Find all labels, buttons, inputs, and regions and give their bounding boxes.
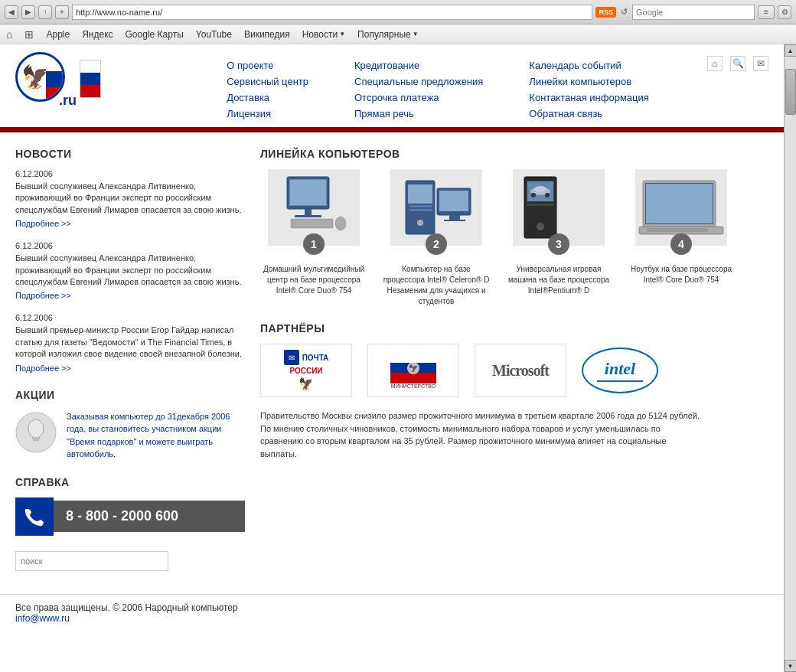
menu-button[interactable]: ≡ <box>758 5 775 19</box>
svg-point-24 <box>534 186 546 192</box>
add-tab-button[interactable]: + <box>55 5 69 19</box>
nav-link-service[interactable]: Сервисный центр <box>227 76 308 87</box>
site-header: 🦅 .ru <box>0 44 784 129</box>
svg-rect-27 <box>527 204 554 206</box>
spravka-title: СПРАВКА <box>15 476 245 488</box>
computer-image-1: 1 <box>268 169 360 246</box>
partner-intel[interactable]: intel <box>582 347 658 393</box>
refresh-button[interactable]: ↺ <box>619 5 629 18</box>
partner-pochta[interactable]: ✉ ПОЧТА РОССИИ 🦅 <box>260 344 352 397</box>
toolbar-popular-dropdown[interactable]: Популярные ▼ <box>357 29 419 40</box>
nav-link-delivery[interactable]: Доставка <box>227 92 308 103</box>
grid-icon[interactable]: ⊞ <box>24 28 34 41</box>
home-header-icon[interactable]: ⌂ <box>707 56 723 71</box>
forward-button[interactable]: ▶ <box>21 5 35 19</box>
svg-rect-14 <box>409 205 432 207</box>
news-more-link[interactable]: Подробнее >> <box>15 219 71 228</box>
phone-number: 8 - 800 - 2000 600 <box>54 501 245 532</box>
browser-toolbar: ⌂ ⊞ Apple Яндекс Google Карты YouTube Ви… <box>0 24 796 44</box>
nav-link-deferred[interactable]: Отсрочка платежа <box>354 92 483 103</box>
left-column: НОВОСТИ 6.12.2006 Бывший сослуживец Алек… <box>15 148 260 571</box>
browser-search-input[interactable] <box>632 5 755 20</box>
svg-text:🦅: 🦅 <box>409 364 419 374</box>
computer-number-2: 2 <box>426 233 447 255</box>
right-column: ЛИНЕЙКА КОПЬЮТЕРОВ <box>260 148 768 571</box>
partner-ministry[interactable]: 🦅 МИНИСТЕРСТВО <box>367 344 459 397</box>
svg-point-28 <box>537 223 544 230</box>
nav-link-feedback[interactable]: Обратная связь <box>529 108 648 119</box>
toolbar-news-dropdown[interactable]: Новости ▼ <box>302 29 345 40</box>
back-button[interactable]: ◀ <box>5 5 18 19</box>
toolbar-google-maps[interactable]: Google Карты <box>126 29 184 40</box>
computer-desc-2: Компьютер на базе процессора Intel® Cele… <box>383 264 490 307</box>
search-header-icon[interactable]: 🔍 <box>730 56 745 71</box>
main-content: НОВОСТИ 6.12.2006 Бывший сослуживец Алек… <box>0 132 784 586</box>
toolbar-apple[interactable]: Apple <box>46 29 70 40</box>
computer-item-3[interactable]: 3 Универсальная игровая машина на базе п… <box>505 169 612 307</box>
search-input[interactable] <box>15 551 168 571</box>
nav-link-credit[interactable]: Кредитование <box>354 60 483 71</box>
news-section-title: НОВОСТИ <box>15 148 245 160</box>
nav-link-calendar[interactable]: Календарь событий <box>529 60 648 71</box>
computer-item-4[interactable]: 4 Ноутбук на базе процессора Intel® Core… <box>628 169 735 307</box>
svg-point-13 <box>417 220 423 226</box>
news-more-link[interactable]: Подробнее >> <box>15 364 71 373</box>
lineup-section: ЛИНЕЙКА КОПЬЮТЕРОВ <box>260 148 768 307</box>
computer-image-2: 2 <box>390 169 482 246</box>
search-section <box>15 551 245 571</box>
scrollbar-thumb[interactable] <box>785 69 796 115</box>
svg-rect-12 <box>408 184 432 204</box>
computer-item-2[interactable]: 2 Компьютер на базе процессора Intel® Ce… <box>383 169 490 307</box>
scrollbar[interactable]: ▲ ▼ <box>784 44 796 631</box>
nav-link-contacts[interactable]: Контактаная информация <box>529 92 648 103</box>
site-footer: Все права защищены. © 2006 Народный комп… <box>0 594 784 631</box>
toolbar-wikipedia[interactable]: Википедия <box>244 29 290 40</box>
partner-microsoft[interactable]: Microsoft <box>475 344 566 397</box>
toolbar-yandex[interactable]: Яндекс <box>82 29 113 40</box>
computer-number-4: 4 <box>670 233 692 255</box>
computer-item-1[interactable]: 1 Домашний мультимедийный центр на базе … <box>260 169 367 307</box>
nav-col-1: О проекте Сервисный центр Доставка Лицен… <box>227 60 308 119</box>
phone-icon <box>15 497 54 536</box>
home-icon[interactable]: ⌂ <box>6 28 12 41</box>
svg-rect-18 <box>449 215 460 220</box>
svg-point-25 <box>531 193 536 197</box>
svg-point-10 <box>335 217 346 230</box>
computer-image-4: 4 <box>635 169 727 246</box>
url-bar[interactable] <box>72 5 592 20</box>
nav-col-2: Кредитование Специальные предложения Отс… <box>354 60 483 119</box>
rss-button[interactable]: RSS <box>595 7 616 18</box>
spravka-section: СПРАВКА 8 - 800 - 2000 600 <box>15 476 245 536</box>
nav-link-license[interactable]: Лицензия <box>227 108 308 119</box>
svg-rect-36 <box>390 373 436 383</box>
nav-link-speech[interactable]: Прямая речь <box>354 108 483 119</box>
toolbar-youtube[interactable]: YouTube <box>196 29 232 40</box>
partners-grid: ✉ ПОЧТА РОССИИ 🦅 <box>260 344 768 397</box>
computers-grid: 1 Домашний мультимедийный центр на базе … <box>260 169 768 307</box>
svg-rect-3 <box>33 439 39 441</box>
lineup-title: ЛИНЕЙКА КОПЬЮТЕРОВ <box>260 148 768 160</box>
lightbulb-icon <box>15 410 57 456</box>
mail-header-icon[interactable]: ✉ <box>753 56 768 71</box>
akcii-title: АКЦИИ <box>15 389 245 401</box>
settings-button[interactable]: ⚙ <box>778 5 791 19</box>
up-button[interactable]: ↑ <box>38 5 52 19</box>
news-more-link[interactable]: Подробнее >> <box>15 291 71 300</box>
phone-box: 8 - 800 - 2000 600 <box>15 497 245 536</box>
svg-rect-8 <box>295 215 321 217</box>
footer-email-link[interactable]: info@www.ru <box>15 613 70 624</box>
akcii-text[interactable]: Заказывая компьютер до 31декабря 2006 го… <box>67 410 245 461</box>
computer-desc-4: Ноутбук на базе процессора Intel® Core D… <box>628 264 735 285</box>
news-item: 6.12.2006 Бывший сослуживец Александра Л… <box>15 169 245 229</box>
svg-rect-15 <box>409 209 432 211</box>
svg-rect-6 <box>290 180 326 205</box>
news-date: 6.12.2006 <box>15 241 245 250</box>
computer-image-3: 3 <box>513 169 605 246</box>
svg-rect-2 <box>32 437 40 439</box>
computer-desc-3: Универсальная игровая машина на базе про… <box>505 264 612 296</box>
nav-link-special[interactable]: Специальные предложения <box>354 76 483 87</box>
scroll-up-button[interactable]: ▲ <box>785 44 797 57</box>
chevron-down-icon: ▼ <box>339 31 345 38</box>
nav-link-about[interactable]: О проекте <box>227 60 308 71</box>
nav-link-lineup[interactable]: Линейки компьютеров <box>529 76 648 87</box>
